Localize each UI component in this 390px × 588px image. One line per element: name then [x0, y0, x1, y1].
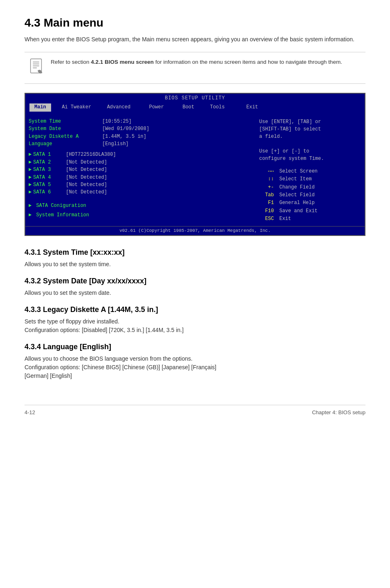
bios-nav-f1: F1 General Help: [259, 200, 361, 206]
bios-help-text: Use [ENTER], [TAB] or [SHIFT-TAB] to sel…: [259, 118, 361, 162]
bios-nav-f10: F10 Save and Exit: [259, 208, 361, 215]
bios-sata-2: ► SATA 2 [Not Detected]: [29, 159, 252, 166]
bios-nav-field: +- Change Field: [259, 184, 361, 191]
bios-menu-advanced[interactable]: Advanced: [96, 103, 135, 111]
section-text-432: Allows you to set the system date.: [25, 289, 365, 297]
bios-menu-main[interactable]: Main: [29, 103, 51, 111]
section-text-434: Allows you to choose the BIOS language v…: [25, 355, 365, 380]
bios-submenu-system-info: ► System Information: [29, 212, 252, 219]
bios-sata-4: ► SATA 4 [Not Detected]: [29, 174, 252, 181]
note-box: Refer to section 4.2.1 BIOS menu screen …: [25, 52, 365, 84]
page-footer: 4-12 Chapter 4: BIOS setup: [25, 405, 365, 415]
bios-row-system-time: System Time [10:55:25]: [29, 118, 252, 125]
bios-title-bar: BIOS SETUP UTILITY: [25, 94, 365, 103]
section-text-433: Sets the type of floppy drive installed.…: [25, 317, 365, 334]
bios-content: System Time [10:55:25] System Date [Wed …: [25, 112, 365, 226]
note-icon: [29, 58, 45, 78]
bios-nav-item: ↕↕ Select Item: [259, 176, 361, 183]
note-text: Refer to section 4.2.1 BIOS menu screen …: [51, 58, 342, 66]
section-heading-434: 4.3.4 Language [English]: [25, 343, 365, 351]
section-heading-431: 4.3.1 System Time [xx:xx:xx]: [25, 248, 365, 257]
bios-nav-section: ↔↔ Select Screen ↕↕ Select Item +- Chang…: [259, 168, 361, 223]
bios-sata-3: ► SATA 3 [Not Detected]: [29, 166, 252, 173]
section-text-431: Allows you to set the system time.: [25, 260, 365, 269]
bios-right-panel: Use [ENTER], [TAB] or [SHIFT-TAB] to sel…: [255, 115, 361, 224]
bios-row-language: Language [English]: [29, 141, 252, 148]
bios-sata-5: ► SATA 5 [Not Detected]: [29, 182, 252, 189]
bios-nav-screen: ↔↔ Select Screen: [259, 168, 361, 175]
bios-menu-bar: Main Ai Tweaker Advanced Power Boot Tool…: [25, 103, 365, 112]
bios-row-legacy-diskette: Legacy Diskette A [1.44M, 3.5 in]: [29, 133, 252, 140]
intro-text: When you enter the BIOS Setup program, t…: [25, 35, 365, 44]
bios-submenu-sata-config: ► SATA Coniguration: [29, 202, 252, 209]
section-heading-432: 4.3.2 System Date [Day xx/xx/xxxx]: [25, 277, 365, 285]
footer-page-number: 4-12: [25, 409, 35, 415]
bios-menu-ai-tweaker[interactable]: Ai Tweaker: [51, 103, 96, 111]
bios-menu-tools[interactable]: Tools: [199, 103, 229, 111]
section-heading-433: 4.3.3 Legacy Diskette A [1.44M, 3.5 in.]: [25, 305, 365, 314]
bios-screen: BIOS SETUP UTILITY Main Ai Tweaker Advan…: [25, 93, 365, 236]
bios-sata-6: ► SATA 6 [Not Detected]: [29, 189, 252, 196]
bios-row-system-date: System Date [Wed 01/09/2008]: [29, 126, 252, 132]
footer-chapter: Chapter 4: BIOS setup: [312, 409, 365, 415]
bios-menu-boot[interactable]: Boot: [169, 103, 199, 111]
bios-menu-power[interactable]: Power: [135, 103, 169, 111]
page-title: 4.3 Main menu: [25, 16, 365, 29]
bios-nav-esc: ESC Exit: [259, 215, 361, 222]
bios-left-panel: System Time [10:55:25] System Date [Wed …: [29, 115, 252, 224]
bios-sata-1: ► SATA 1 [HDT722516DLA380]: [29, 151, 252, 158]
bios-menu-exit[interactable]: Exit: [230, 103, 263, 111]
bios-nav-tab: Tab Select Field: [259, 192, 361, 199]
bios-footer: v02.61 (C)Copyright 1985-2007, American …: [25, 226, 365, 236]
